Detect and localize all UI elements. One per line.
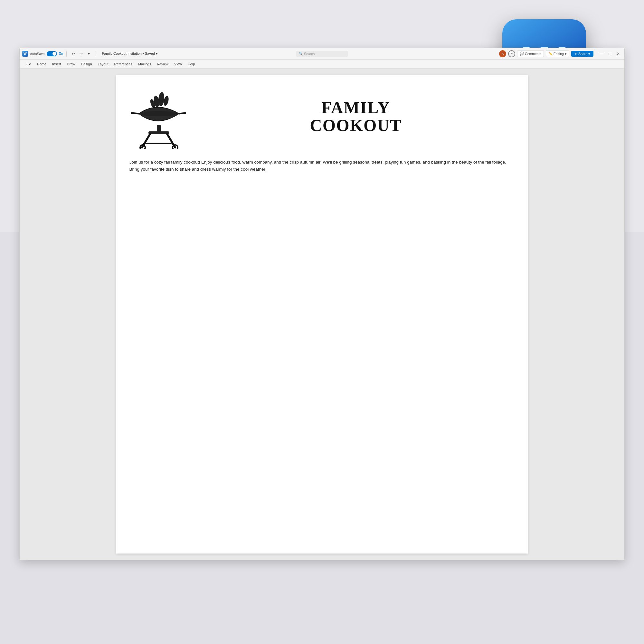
autosave-toggle[interactable] [47, 51, 57, 56]
doc-title: Family Cookout Invitation • Saved ▾ [102, 52, 158, 56]
restore-button[interactable]: □ [606, 50, 613, 57]
undo-button[interactable]: ↩ [70, 50, 77, 57]
menu-help[interactable]: Help [185, 61, 198, 67]
svg-rect-5 [157, 125, 161, 132]
title-bar-right: A ✦ 💬 Comments ✏️ Editing ▾ ⬆ Share ▾ — … [499, 50, 622, 57]
share-dropdown-icon: ▾ [588, 52, 590, 56]
menu-review[interactable]: Review [154, 61, 171, 67]
doc-main-title-line1: FAMILY [197, 99, 515, 117]
comments-icon: 💬 [520, 52, 524, 56]
undo-redo-group: ↩ ↪ ▾ [70, 50, 92, 57]
editing-label: Editing [554, 52, 564, 56]
share-arrow-icon: ⬆ [574, 52, 577, 56]
word-small-icon: W [22, 51, 28, 57]
editing-button[interactable]: ✏️ Editing ▾ [546, 50, 569, 57]
menu-design[interactable]: Design [78, 61, 94, 67]
menu-insert[interactable]: Insert [50, 61, 64, 67]
menu-view[interactable]: View [172, 61, 185, 67]
svg-line-12 [132, 113, 139, 114]
search-box[interactable]: 🔍 Search [296, 51, 348, 57]
editing-dropdown-icon: ▾ [565, 52, 567, 56]
svg-point-4 [139, 111, 179, 116]
menu-mailings[interactable]: Mailings [136, 61, 154, 67]
word-window: W AutoSave On ↩ ↪ ▾ Family Cookout Invit… [19, 48, 625, 560]
doc-page[interactable]: FAMILY COOKOUT Join us for a cozy fall f… [116, 75, 527, 554]
title-bar-left: W AutoSave On ↩ ↪ ▾ Family Cookout Invit… [22, 50, 158, 57]
customize-button[interactable]: ▾ [85, 50, 92, 57]
toggle-thumb [52, 52, 56, 56]
divider2 [96, 51, 96, 56]
menu-file[interactable]: File [23, 61, 34, 67]
title-bar-center: 🔍 Search [296, 51, 348, 57]
close-button[interactable]: ✕ [615, 50, 622, 57]
search-icon: 🔍 [299, 52, 303, 55]
share-button[interactable]: ⬆ Share ▾ [571, 51, 593, 57]
menu-home[interactable]: Home [34, 61, 49, 67]
user-avatar[interactable]: A [499, 50, 506, 57]
menu-layout[interactable]: Layout [95, 61, 111, 67]
window-controls: — □ ✕ [598, 50, 622, 57]
doc-title-block: FAMILY COOKOUT [197, 99, 515, 134]
comments-button[interactable]: 💬 Comments [517, 50, 544, 57]
divider [66, 51, 67, 56]
doc-header: FAMILY COOKOUT [129, 85, 515, 149]
redo-button[interactable]: ↪ [78, 50, 85, 57]
comments-label: Comments [525, 52, 541, 56]
grill-illustration [129, 85, 187, 149]
search-placeholder: Search [304, 52, 315, 56]
menu-draw[interactable]: Draw [64, 61, 78, 67]
svg-line-13 [179, 113, 185, 114]
cortana-icon[interactable]: ✦ [508, 50, 515, 57]
doc-main-title-line2: COOKOUT [197, 117, 515, 135]
menu-bar: File Home Insert Draw Design Layout Refe… [20, 60, 624, 69]
doc-body-text[interactable]: Join us for a cozy fall family cookout! … [129, 159, 515, 173]
menu-references[interactable]: References [112, 61, 135, 67]
minimize-button[interactable]: — [598, 50, 605, 57]
title-bar: W AutoSave On ↩ ↪ ▾ Family Cookout Invit… [20, 48, 624, 60]
share-label: Share [578, 52, 587, 56]
doc-area: FAMILY COOKOUT Join us for a cozy fall f… [20, 69, 624, 560]
toggle-on-text: On [59, 52, 63, 55]
autosave-label: AutoSave [30, 52, 45, 56]
pencil-icon: ✏️ [548, 52, 553, 56]
svg-rect-6 [148, 131, 169, 134]
